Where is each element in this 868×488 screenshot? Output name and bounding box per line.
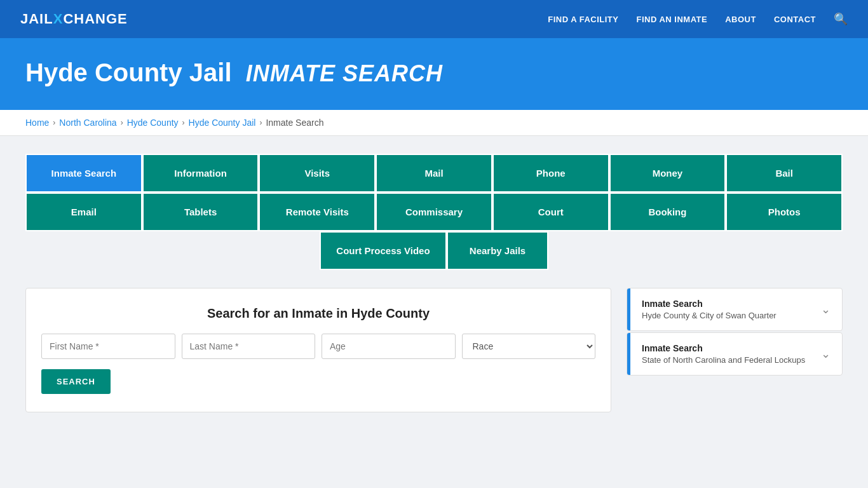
nav-btn-tablets[interactable]: Tablets [142, 193, 259, 231]
sidebar-card-2-header[interactable]: Inmate Search State of North Carolina an… [627, 333, 842, 375]
breadcrumb-nc[interactable]: North Carolina [59, 118, 116, 128]
age-input[interactable] [322, 334, 456, 359]
sidebar-card-2-title: Inmate Search [642, 343, 805, 353]
last-name-input[interactable] [182, 334, 316, 359]
nav-btn-money[interactable]: Money [609, 154, 726, 193]
nav-btn-inmate-search[interactable]: Inmate Search [25, 154, 142, 193]
search-icon-button[interactable]: 🔍 [834, 12, 848, 26]
nav-row-1: Inmate Search Information Visits Mail Ph… [25, 154, 843, 193]
two-col-layout: Search for an Inmate in Hyde County Race… [25, 288, 843, 412]
nav-btn-bail[interactable]: Bail [726, 154, 843, 193]
first-name-input[interactable] [41, 334, 175, 359]
logo-jail: JAIL [20, 11, 53, 27]
nav-btn-court[interactable]: Court [492, 193, 609, 231]
breadcrumb-sep-2: › [121, 118, 123, 127]
sidebar-card-1-title: Inmate Search [642, 299, 776, 309]
search-form-card: Search for an Inmate in Hyde County Race… [25, 288, 611, 412]
navbar-links: FIND A FACILITY FIND AN INMATE ABOUT CON… [548, 12, 848, 26]
breadcrumb-current: Inmate Search [266, 118, 323, 128]
breadcrumb-sep-4: › [259, 118, 262, 127]
chevron-down-icon-2: ⌄ [821, 347, 831, 361]
sidebar-card-1-subtitle: Hyde County & City of Swan Quarter [642, 311, 776, 320]
nav-btn-nearby-jails[interactable]: Nearby Jails [447, 231, 548, 270]
sidebar-card-1: Inmate Search Hyde County & City of Swan… [627, 288, 843, 331]
nav-contact[interactable]: CONTACT [774, 15, 816, 24]
breadcrumb-bar: Home › North Carolina › Hyde County › Hy… [0, 110, 868, 136]
breadcrumb: Home › North Carolina › Hyde County › Hy… [25, 118, 843, 128]
sidebar: Inmate Search Hyde County & City of Swan… [627, 288, 843, 377]
breadcrumb-jail[interactable]: Hyde County Jail [189, 118, 256, 128]
logo-x: X [53, 11, 64, 27]
nav-btn-remote-visits[interactable]: Remote Visits [259, 193, 376, 231]
site-logo[interactable]: JAILXCHANGE [20, 11, 128, 27]
search-form-title: Search for an Inmate in Hyde County [41, 306, 595, 321]
nav-about[interactable]: ABOUT [725, 15, 756, 24]
nav-find-inmate[interactable]: FIND AN INMATE [636, 15, 707, 24]
nav-btn-mail[interactable]: Mail [376, 154, 492, 193]
breadcrumb-hyde-county[interactable]: Hyde County [127, 118, 179, 128]
nav-btn-email[interactable]: Email [25, 193, 142, 231]
nav-btn-information[interactable]: Information [142, 154, 259, 193]
sidebar-card-2-subtitle: State of North Carolina and Federal Lock… [642, 355, 805, 365]
nav-btn-commissary[interactable]: Commissary [376, 193, 492, 231]
hero-title-main: Hyde County Jail [25, 58, 232, 86]
race-select[interactable]: Race White Black Hispanic Asian Other [462, 334, 596, 359]
nav-find-facility[interactable]: FIND A FACILITY [548, 15, 618, 24]
nav-row-3: Court Process Video Nearby Jails [25, 231, 843, 270]
breadcrumb-home[interactable]: Home [25, 118, 49, 128]
chevron-down-icon-1: ⌄ [821, 302, 831, 316]
page-title: Hyde County Jail INMATE SEARCH [25, 58, 843, 87]
nav-btn-court-process-video[interactable]: Court Process Video [320, 231, 447, 270]
nav-btn-phone[interactable]: Phone [492, 154, 609, 193]
breadcrumb-sep-3: › [182, 118, 185, 127]
nav-btn-photos[interactable]: Photos [726, 193, 843, 231]
navbar: JAILXCHANGE FIND A FACILITY FIND AN INMA… [0, 0, 868, 38]
sidebar-card-1-text: Inmate Search Hyde County & City of Swan… [642, 299, 776, 320]
sidebar-card-2-text: Inmate Search State of North Carolina an… [642, 343, 805, 365]
main-content: Inmate Search Information Visits Mail Ph… [0, 136, 868, 430]
search-fields: Race White Black Hispanic Asian Other [41, 334, 595, 359]
hero-title-sub: INMATE SEARCH [246, 60, 443, 86]
nav-row-2: Email Tablets Remote Visits Commissary C… [25, 193, 843, 231]
nav-buttons: Inmate Search Information Visits Mail Ph… [25, 154, 843, 270]
logo-exchange-suffix: CHANGE [63, 11, 127, 27]
nav-btn-booking[interactable]: Booking [609, 193, 726, 231]
breadcrumb-sep-1: › [53, 118, 55, 127]
hero-banner: Hyde County Jail INMATE SEARCH [0, 38, 868, 110]
sidebar-card-1-header[interactable]: Inmate Search Hyde County & City of Swan… [627, 288, 842, 330]
sidebar-card-2: Inmate Search State of North Carolina an… [627, 332, 843, 376]
search-button[interactable]: SEARCH [41, 369, 111, 394]
nav-btn-visits[interactable]: Visits [259, 154, 376, 193]
